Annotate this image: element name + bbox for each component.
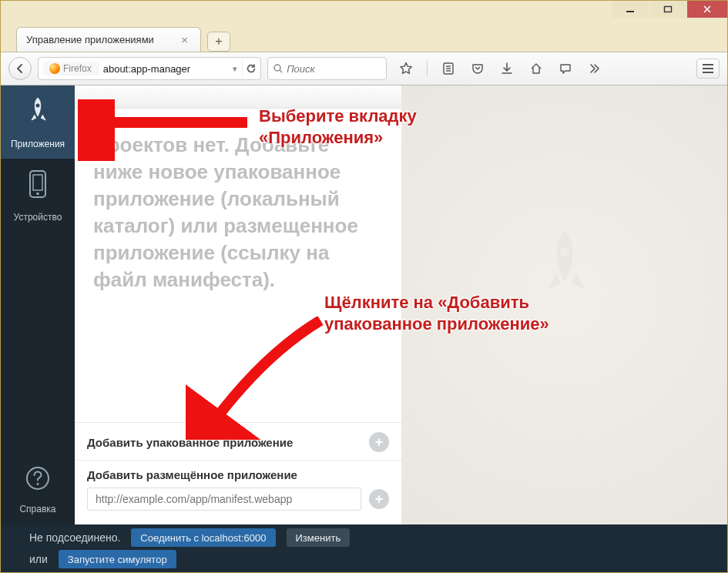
bookmark-star-button[interactable] — [398, 60, 414, 77]
hello-button[interactable] — [557, 60, 574, 77]
url-bar[interactable]: Firefox about:app-manager ▾ — [38, 57, 261, 80]
plus-icon: + — [375, 434, 384, 451]
url-dropdown-button[interactable]: ▾ — [230, 64, 240, 74]
add-packaged-button[interactable]: + — [369, 432, 389, 452]
sidenav-apps-label: Приложения — [11, 139, 65, 149]
rocket-placeholder-icon — [530, 226, 599, 313]
sidenav-device-label: Устройство — [14, 212, 62, 223]
back-button[interactable] — [8, 57, 32, 80]
overflow-button[interactable] — [586, 60, 603, 77]
add-packaged-label: Добавить упакованное приложение — [87, 436, 361, 449]
start-simulator-button[interactable]: Запустите симулятор — [59, 550, 176, 568]
tab-title: Управление приложениями — [26, 34, 154, 45]
svg-rect-15 — [33, 175, 42, 190]
search-input[interactable] — [287, 63, 381, 75]
apps-list-header — [75, 85, 401, 109]
tab-strip: Управление приложениями × + — [1, 24, 727, 52]
maximize-icon — [663, 5, 673, 14]
sidenav-apps[interactable]: Приложения — [1, 85, 75, 159]
download-icon — [500, 62, 514, 75]
toolbar-separator — [427, 61, 428, 76]
clipboard-icon — [441, 62, 455, 75]
menu-button[interactable] — [696, 59, 720, 79]
add-hosted-row: Добавить размещённое приложение + — [75, 460, 401, 524]
pocket-icon — [471, 62, 485, 75]
svg-point-13 — [36, 103, 40, 107]
connection-status-bar: Не подсоединено. Соединить с localhost:6… — [1, 524, 727, 572]
svg-point-4 — [274, 65, 280, 71]
search-icon — [273, 63, 282, 74]
connect-button[interactable]: Соединить с localhost:6000 — [131, 528, 275, 547]
app-details-panel — [401, 85, 727, 524]
firefox-icon — [49, 63, 60, 74]
browser-window: Управление приложениями × + Firefox abou… — [0, 0, 728, 573]
minimize-icon — [626, 5, 635, 14]
rocket-icon — [24, 96, 52, 132]
svg-point-16 — [36, 192, 39, 195]
new-tab-button[interactable]: + — [207, 32, 230, 52]
identity-label: Firefox — [63, 63, 92, 74]
close-icon — [703, 5, 712, 14]
status-disconnected-text: Не подсоединено. — [29, 531, 120, 544]
sidenav-help-label: Справка — [19, 504, 55, 514]
svg-rect-1 — [665, 7, 672, 12]
search-bar[interactable] — [267, 57, 387, 80]
arrow-left-icon — [15, 63, 25, 74]
reload-icon — [246, 63, 257, 74]
downloads-button[interactable] — [498, 60, 515, 77]
reload-button[interactable] — [242, 60, 259, 77]
navigation-toolbar: Firefox about:app-manager ▾ — [1, 52, 727, 85]
hamburger-icon — [702, 63, 714, 74]
status-or-label: или — [29, 553, 48, 565]
sidenav-device[interactable]: Устройство — [1, 159, 75, 232]
browser-tab[interactable]: Управление приложениями × — [16, 27, 201, 52]
svg-line-5 — [280, 70, 282, 73]
window-close-button[interactable] — [687, 1, 727, 18]
chat-icon — [559, 62, 572, 75]
window-maximize-button[interactable] — [649, 1, 686, 18]
apps-list-panel: Проектов нет. Добавьте ниже новое упаков… — [75, 85, 401, 524]
star-icon — [399, 62, 413, 75]
tab-close-button[interactable]: × — [178, 33, 191, 46]
add-hosted-button[interactable]: + — [369, 489, 389, 509]
chevron-right-double-icon — [588, 62, 602, 75]
svg-point-19 — [560, 247, 569, 256]
content-area: Приложения Устройство Справка Проектов н… — [1, 85, 727, 524]
side-nav: Приложения Устройство Справка — [1, 85, 75, 524]
svg-point-18 — [37, 483, 39, 485]
add-hosted-label: Добавить размещённое приложение — [87, 468, 389, 481]
window-minimize-button[interactable] — [612, 1, 649, 18]
no-projects-message: Проектов нет. Добавьте ниже новое упаков… — [75, 109, 401, 317]
plus-icon: + — [375, 491, 384, 508]
home-button[interactable] — [528, 60, 545, 77]
toolbar-icons — [398, 60, 603, 77]
phone-icon — [26, 169, 49, 206]
identity-box[interactable]: Firefox — [43, 62, 99, 75]
app-manager-panels: Проектов нет. Добавьте ниже новое упаков… — [75, 85, 727, 524]
home-icon — [529, 62, 543, 75]
url-text[interactable]: about:app-manager — [99, 63, 230, 75]
hosted-manifest-input[interactable] — [87, 488, 361, 511]
reading-list-button[interactable] — [440, 60, 457, 77]
sidenav-help[interactable]: Справка — [1, 455, 75, 524]
pocket-button[interactable] — [469, 60, 486, 77]
help-icon — [25, 465, 51, 498]
change-button[interactable]: Изменить — [287, 528, 351, 547]
add-packaged-row[interactable]: Добавить упакованное приложение + — [75, 422, 401, 460]
window-titlebar[interactable] — [1, 1, 727, 24]
